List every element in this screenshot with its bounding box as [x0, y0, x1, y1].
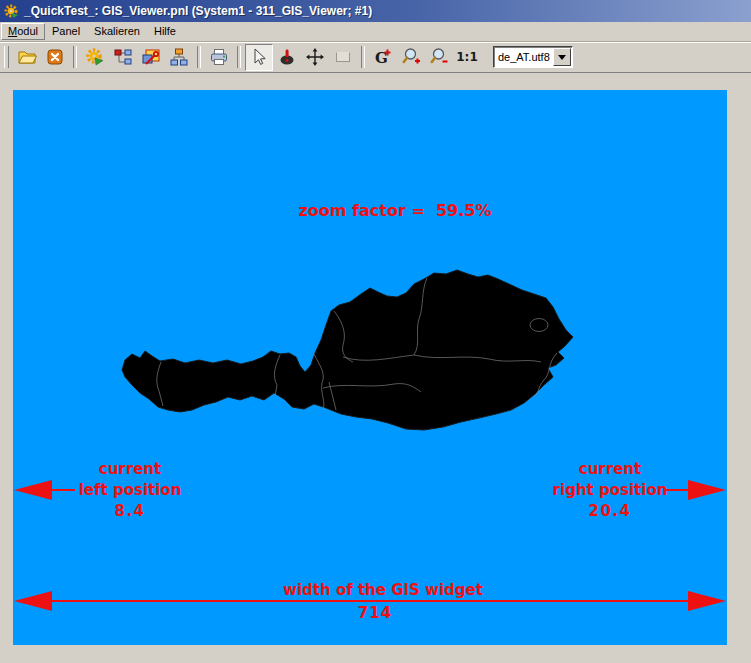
left-position-value: 8.4 [50, 501, 210, 522]
print-button[interactable] [205, 44, 233, 71]
width-annotation-label: width of the GIS widget [26, 581, 740, 599]
title-bar[interactable]: _QuickTest_: GIS_Viewer.pnl (System1 - 3… [0, 0, 751, 22]
cursor-arrow-icon [249, 47, 269, 67]
zoom-out-button[interactable] [425, 44, 453, 71]
toolbar-separator [237, 46, 241, 68]
locale-select-dropdown-button[interactable] [553, 48, 571, 66]
window-title: _QuickTest_: GIS_Viewer.pnl (System1 - 3… [24, 4, 372, 18]
zoom-reset-button[interactable]: 1:1 [453, 44, 481, 71]
gis-canvas[interactable]: zoom factor = 59.5% current left positio… [13, 90, 727, 645]
toolbar-separator [73, 46, 77, 68]
right-arrow-icon [688, 480, 726, 500]
one-to-one-label: 1:1 [456, 50, 478, 64]
select-tool-button[interactable] [245, 44, 273, 71]
toolbar-separator [197, 46, 201, 68]
left-arrow-icon [14, 480, 52, 500]
locale-select[interactable]: de_AT.utf8 [493, 46, 573, 68]
tree-icon [113, 47, 133, 67]
pan-tool-button[interactable] [301, 44, 329, 71]
zoom-out-icon [429, 47, 449, 67]
orgchart-button[interactable] [165, 44, 193, 71]
menu-skalieren[interactable]: Skalieren [87, 23, 147, 40]
width-annotation-value: 714 [18, 604, 732, 622]
menu-modul[interactable]: Modul [1, 23, 45, 40]
exit-button[interactable] [41, 44, 69, 71]
open-button[interactable] [13, 44, 41, 71]
austria-map[interactable] [115, 261, 578, 433]
locale-select-value: de_AT.utf8 [494, 51, 553, 63]
orgchart-icon [169, 47, 189, 67]
right-annotation-line1: current [530, 459, 690, 480]
exclamation-icon [277, 47, 297, 67]
module-gear-icon [85, 47, 105, 67]
toolbar: G 1:1 de_AT.utf8 [0, 42, 751, 73]
width-arrow-left-icon [14, 591, 52, 611]
menu-bar: Modul Panel Skalieren Hilfe [0, 22, 751, 42]
zoom-rect-icon [333, 47, 353, 67]
right-arrow-line [665, 489, 691, 491]
toolbar-grip[interactable] [4, 46, 9, 68]
right-position-value: 20.4 [530, 501, 690, 522]
folder-open-icon [17, 47, 37, 67]
left-annotation-line1: current [50, 459, 210, 480]
menu-hilfe[interactable]: Hilfe [147, 23, 183, 40]
left-arrow-line [49, 489, 75, 491]
marker-tool-button[interactable] [273, 44, 301, 71]
panel-tools-icon [141, 47, 161, 67]
chevron-down-icon [558, 55, 566, 60]
zoom-in-icon [401, 47, 421, 67]
app-gear-icon [4, 4, 19, 19]
move-icon [305, 47, 325, 67]
tree-button[interactable] [109, 44, 137, 71]
toolbar-separator [361, 46, 365, 68]
application-window: _QuickTest_: GIS_Viewer.pnl (System1 - 3… [0, 0, 751, 663]
panel-tools-button[interactable] [137, 44, 165, 71]
austria-outline [122, 270, 573, 430]
zoom-in-button[interactable] [397, 44, 425, 71]
menu-panel[interactable]: Panel [45, 23, 87, 40]
width-arrow-line [49, 600, 691, 602]
exit-icon [45, 47, 65, 67]
width-arrow-right-icon [688, 591, 726, 611]
zoom-factor-text: zoom factor = 59.5% [38, 201, 751, 220]
module-button[interactable] [81, 44, 109, 71]
zoom-rect-button[interactable] [329, 44, 357, 71]
printer-icon [209, 47, 229, 67]
zoom-graphic-button[interactable]: G [369, 44, 397, 71]
g-plus-icon: G [373, 47, 393, 67]
